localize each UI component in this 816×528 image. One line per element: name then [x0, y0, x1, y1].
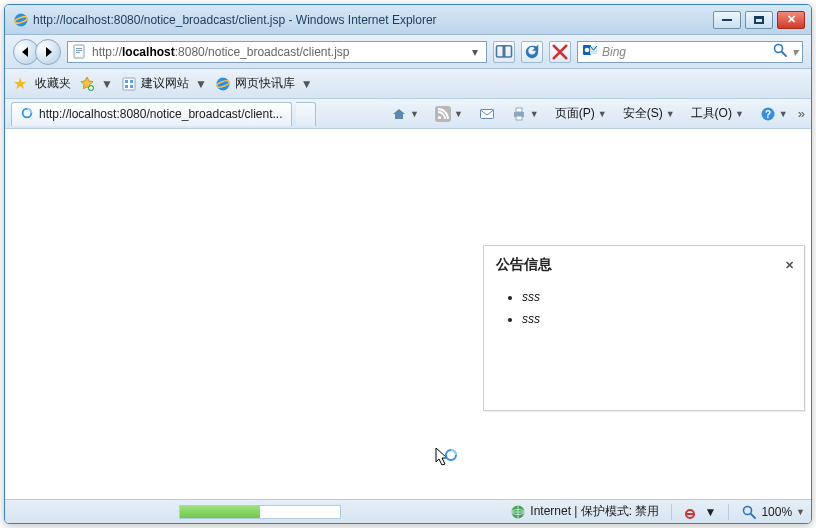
titlebar: http://localhost:8080/notice_broadcast/c… [5, 5, 811, 35]
notice-body: sss sss [484, 280, 804, 410]
svg-rect-27 [516, 116, 522, 120]
favorites-star-icon[interactable]: ★ [13, 74, 27, 93]
page-menu[interactable]: 页面(P)▼ [549, 103, 613, 125]
safety-menu[interactable]: 安全(S)▼ [617, 103, 681, 125]
svg-point-23 [438, 115, 441, 118]
favorites-bar: ★ 收藏夹 ▼ 建议网站 ▼ 网页快讯库 ▼ [5, 69, 811, 99]
zone-info[interactable]: Internet | 保护模式: 禁用 [510, 503, 659, 520]
svg-rect-5 [76, 52, 80, 53]
search-icon[interactable] [772, 42, 788, 61]
notice-close-button[interactable]: ✕ [785, 259, 794, 272]
notice-panel: 公告信息 ✕ sss sss [483, 245, 805, 411]
web-slice-label: 网页快讯库 [235, 75, 295, 92]
new-tab-button[interactable] [296, 102, 316, 126]
svg-rect-15 [125, 80, 128, 83]
mail-button[interactable] [473, 103, 501, 125]
notice-title: 公告信息 [496, 256, 552, 274]
outlook-icon [582, 42, 598, 61]
svg-rect-18 [130, 85, 133, 88]
window-controls [713, 11, 805, 29]
url-field[interactable]: http://localhost:8080/notice_broadcast/c… [67, 41, 487, 63]
svg-point-11 [775, 45, 783, 53]
svg-rect-26 [516, 108, 522, 112]
add-favorite-button[interactable]: ▼ [79, 76, 113, 92]
search-placeholder: Bing [602, 45, 626, 59]
zoom-value: 100% [761, 505, 792, 519]
svg-rect-17 [125, 85, 128, 88]
feeds-button[interactable]: ▼ [429, 103, 469, 125]
minimize-button[interactable] [713, 11, 741, 29]
cursor-busy-icon [435, 447, 457, 472]
tab-favicon [20, 106, 34, 123]
refresh-button[interactable] [521, 41, 543, 63]
search-dropdown[interactable]: ▾ [792, 45, 798, 59]
print-button[interactable]: ▼ [505, 103, 545, 125]
svg-rect-3 [76, 48, 82, 49]
svg-line-36 [751, 514, 755, 518]
privacy-button[interactable]: ▼ [684, 504, 716, 520]
svg-point-10 [585, 48, 590, 53]
tools-menu[interactable]: 工具(O)▼ [685, 103, 750, 125]
svg-rect-2 [74, 45, 84, 58]
notice-item: sss [522, 308, 792, 330]
stop-button[interactable] [549, 41, 571, 63]
tab-active[interactable]: http://localhost:8080/notice_broadcast/c… [11, 102, 292, 126]
web-slice-gallery[interactable]: 网页快讯库 ▼ [215, 75, 313, 92]
browser-window: http://localhost:8080/notice_broadcast/c… [4, 4, 812, 524]
help-button[interactable]: ?▼ [754, 103, 794, 125]
svg-rect-14 [123, 78, 135, 90]
svg-rect-16 [130, 80, 133, 83]
maximize-button[interactable] [745, 11, 773, 29]
notice-item: sss [522, 286, 792, 308]
tab-title: http://localhost:8080/notice_broadcast/c… [39, 107, 283, 121]
status-bar: Internet | 保护模式: 禁用 ▼ 100% ▼ [5, 499, 811, 523]
svg-text:?: ? [765, 109, 771, 120]
svg-rect-7 [503, 45, 506, 56]
svg-rect-34 [687, 513, 693, 515]
address-bar: http://localhost:8080/notice_broadcast/c… [5, 35, 811, 69]
svg-rect-4 [76, 50, 82, 51]
search-box[interactable]: Bing ▾ [577, 41, 803, 63]
page-viewport: 公告信息 ✕ sss sss [5, 129, 811, 499]
svg-point-35 [744, 506, 752, 514]
svg-rect-24 [480, 109, 493, 118]
tab-command-row: http://localhost:8080/notice_broadcast/c… [5, 99, 811, 129]
notice-list: sss sss [504, 286, 792, 330]
url-dropdown[interactable]: ▾ [468, 45, 482, 59]
svg-line-12 [782, 52, 786, 56]
forward-button[interactable] [35, 39, 61, 65]
favorites-label[interactable]: 收藏夹 [35, 75, 71, 92]
url-text: http://localhost:8080/notice_broadcast/c… [92, 45, 464, 59]
close-button[interactable] [777, 11, 805, 29]
window-title: http://localhost:8080/notice_broadcast/c… [33, 13, 713, 27]
suggested-sites-label: 建议网站 [141, 75, 189, 92]
suggested-sites[interactable]: 建议网站 ▼ [121, 75, 207, 92]
compat-view-button[interactable] [493, 41, 515, 63]
progress-bar [179, 505, 341, 519]
overflow-chevron[interactable]: » [798, 106, 805, 121]
page-icon [72, 44, 88, 60]
nav-buttons [13, 39, 61, 65]
home-button[interactable]: ▼ [385, 103, 425, 125]
zoom-control[interactable]: 100% ▼ [741, 504, 805, 520]
zone-text: Internet | 保护模式: 禁用 [530, 503, 659, 520]
ie-icon [13, 12, 29, 28]
